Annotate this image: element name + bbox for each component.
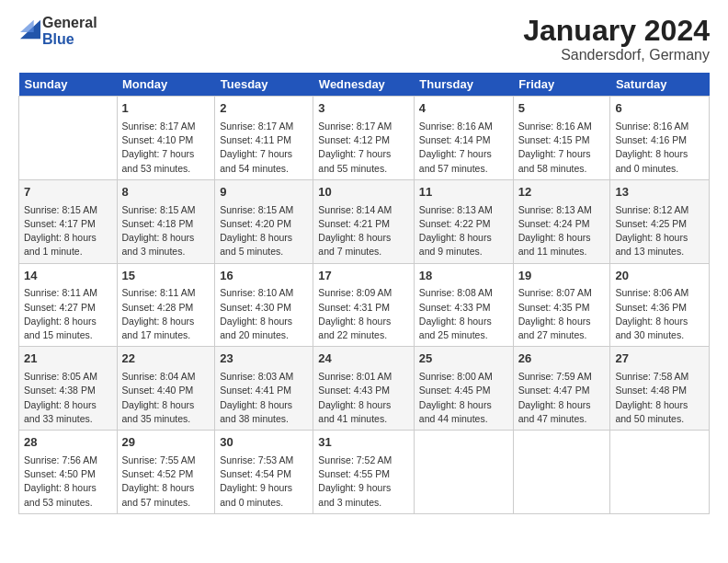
day-number: 17 [318,268,409,285]
title-block: January 2024 Sandersdorf, Germany [523,15,710,63]
calendar-cell: 3Sunrise: 8:17 AMSunset: 4:12 PMDaylight… [313,97,415,180]
calendar-cell: 27Sunrise: 7:58 AMSunset: 4:48 PMDayligh… [610,347,710,431]
logo: General Blue [18,15,97,48]
cell-content: Sunrise: 8:15 AMSunset: 4:17 PMDaylight:… [24,203,112,259]
day-number: 12 [518,184,606,201]
calendar-cell: 6Sunrise: 8:16 AMSunset: 4:16 PMDaylight… [610,97,710,180]
cell-content: Sunrise: 8:10 AMSunset: 4:30 PMDaylight:… [220,286,308,342]
cell-content: Sunrise: 8:17 AMSunset: 4:10 PMDaylight:… [122,120,210,176]
cell-content: Sunrise: 7:58 AMSunset: 4:48 PMDaylight:… [615,370,704,426]
cell-content: Sunrise: 8:00 AMSunset: 4:45 PMDaylight:… [419,370,508,426]
day-number: 13 [615,184,704,201]
day-number: 9 [220,184,308,201]
day-header-friday: Friday [513,73,610,97]
day-number: 18 [419,268,508,285]
day-number: 23 [220,350,308,368]
calendar-cell [513,431,610,514]
day-number: 24 [318,350,409,368]
cell-content: Sunrise: 8:06 AMSunset: 4:36 PMDaylight:… [615,286,704,342]
calendar-cell: 14Sunrise: 8:11 AMSunset: 4:27 PMDayligh… [19,263,118,347]
cell-content: Sunrise: 8:01 AMSunset: 4:43 PMDaylight:… [318,370,409,426]
day-header-thursday: Thursday [414,73,513,97]
day-number: 7 [24,184,112,201]
day-number: 20 [615,268,704,285]
day-header-tuesday: Tuesday [215,73,313,97]
calendar-cell: 2Sunrise: 8:17 AMSunset: 4:11 PMDaylight… [215,97,313,180]
calendar-cell: 21Sunrise: 8:05 AMSunset: 4:38 PMDayligh… [19,347,118,431]
day-number: 21 [24,350,112,368]
cell-content: Sunrise: 8:12 AMSunset: 4:25 PMDaylight:… [615,203,704,259]
week-row-4: 21Sunrise: 8:05 AMSunset: 4:38 PMDayligh… [19,347,710,431]
cell-content: Sunrise: 8:14 AMSunset: 4:21 PMDaylight:… [318,203,409,259]
cell-content: Sunrise: 7:56 AMSunset: 4:50 PMDaylight:… [24,454,112,510]
calendar-cell: 29Sunrise: 7:55 AMSunset: 4:52 PMDayligh… [117,431,215,514]
svg-marker-1 [20,20,34,32]
day-number: 10 [318,184,409,201]
day-number: 6 [615,100,704,118]
day-number: 8 [122,184,210,201]
calendar-cell: 1Sunrise: 8:17 AMSunset: 4:10 PMDaylight… [117,97,215,180]
calendar-cell: 17Sunrise: 8:09 AMSunset: 4:31 PMDayligh… [313,263,415,347]
day-number: 25 [419,350,508,368]
week-row-2: 7Sunrise: 8:15 AMSunset: 4:17 PMDaylight… [19,179,710,263]
day-number: 5 [518,100,606,118]
cell-content: Sunrise: 8:05 AMSunset: 4:38 PMDaylight:… [24,370,112,426]
day-number: 22 [122,350,210,368]
day-number: 4 [419,100,508,118]
day-number: 15 [122,268,210,285]
week-row-1: 1Sunrise: 8:17 AMSunset: 4:10 PMDaylight… [19,97,710,180]
calendar-cell [610,431,710,514]
cell-content: Sunrise: 8:17 AMSunset: 4:12 PMDaylight:… [318,120,409,176]
cell-content: Sunrise: 7:59 AMSunset: 4:47 PMDaylight:… [518,370,606,426]
calendar-cell: 4Sunrise: 8:16 AMSunset: 4:14 PMDaylight… [414,97,513,180]
day-header-saturday: Saturday [610,73,710,97]
logo-icon [20,19,40,40]
calendar-cell: 18Sunrise: 8:08 AMSunset: 4:33 PMDayligh… [414,263,513,347]
calendar-cell: 26Sunrise: 7:59 AMSunset: 4:47 PMDayligh… [513,347,610,431]
cell-content: Sunrise: 8:16 AMSunset: 4:15 PMDaylight:… [518,120,606,176]
calendar-cell: 22Sunrise: 8:04 AMSunset: 4:40 PMDayligh… [117,347,215,431]
cell-content: Sunrise: 8:13 AMSunset: 4:22 PMDaylight:… [419,203,508,259]
calendar-cell: 30Sunrise: 7:53 AMSunset: 4:54 PMDayligh… [215,431,313,514]
week-row-5: 28Sunrise: 7:56 AMSunset: 4:50 PMDayligh… [19,431,710,514]
calendar-cell: 12Sunrise: 8:13 AMSunset: 4:24 PMDayligh… [513,179,610,263]
cell-content: Sunrise: 8:13 AMSunset: 4:24 PMDaylight:… [518,203,606,259]
day-number: 1 [122,100,210,118]
cell-content: Sunrise: 8:08 AMSunset: 4:33 PMDaylight:… [419,286,508,342]
calendar-cell: 15Sunrise: 8:11 AMSunset: 4:28 PMDayligh… [117,263,215,347]
cell-content: Sunrise: 8:04 AMSunset: 4:40 PMDaylight:… [122,370,210,426]
cell-content: Sunrise: 8:07 AMSunset: 4:35 PMDaylight:… [518,286,606,342]
calendar-cell: 7Sunrise: 8:15 AMSunset: 4:17 PMDaylight… [19,179,118,263]
calendar-cell: 11Sunrise: 8:13 AMSunset: 4:22 PMDayligh… [414,179,513,263]
calendar-cell: 23Sunrise: 8:03 AMSunset: 4:41 PMDayligh… [215,347,313,431]
cell-content: Sunrise: 8:17 AMSunset: 4:11 PMDaylight:… [220,120,308,176]
day-number: 14 [24,268,112,285]
cell-content: Sunrise: 8:15 AMSunset: 4:20 PMDaylight:… [220,203,308,259]
week-row-3: 14Sunrise: 8:11 AMSunset: 4:27 PMDayligh… [19,263,710,347]
day-header-sunday: Sunday [19,73,118,97]
calendar-cell [414,431,513,514]
cell-content: Sunrise: 8:11 AMSunset: 4:28 PMDaylight:… [122,286,210,342]
day-number: 11 [419,184,508,201]
calendar-cell: 28Sunrise: 7:56 AMSunset: 4:50 PMDayligh… [19,431,118,514]
day-number: 27 [615,350,704,368]
calendar-subtitle: Sandersdorf, Germany [523,47,710,63]
calendar-cell: 25Sunrise: 8:00 AMSunset: 4:45 PMDayligh… [414,347,513,431]
day-header-monday: Monday [117,73,215,97]
day-number: 31 [318,434,409,452]
cell-content: Sunrise: 8:16 AMSunset: 4:14 PMDaylight:… [419,120,508,176]
cell-content: Sunrise: 8:15 AMSunset: 4:18 PMDaylight:… [122,203,210,259]
calendar-cell: 24Sunrise: 8:01 AMSunset: 4:43 PMDayligh… [313,347,415,431]
day-number: 28 [24,434,112,452]
calendar-table: SundayMondayTuesdayWednesdayThursdayFrid… [18,73,710,514]
day-number: 19 [518,268,606,285]
cell-content: Sunrise: 8:11 AMSunset: 4:27 PMDaylight:… [24,286,112,342]
cell-content: Sunrise: 8:16 AMSunset: 4:16 PMDaylight:… [615,120,704,176]
cell-content: Sunrise: 7:53 AMSunset: 4:54 PMDaylight:… [220,454,308,510]
calendar-cell: 8Sunrise: 8:15 AMSunset: 4:18 PMDaylight… [117,179,215,263]
cell-content: Sunrise: 8:03 AMSunset: 4:41 PMDaylight:… [220,370,308,426]
calendar-cell: 19Sunrise: 8:07 AMSunset: 4:35 PMDayligh… [513,263,610,347]
day-number: 3 [318,100,409,118]
day-number: 2 [220,100,308,118]
calendar-cell: 16Sunrise: 8:10 AMSunset: 4:30 PMDayligh… [215,263,313,347]
